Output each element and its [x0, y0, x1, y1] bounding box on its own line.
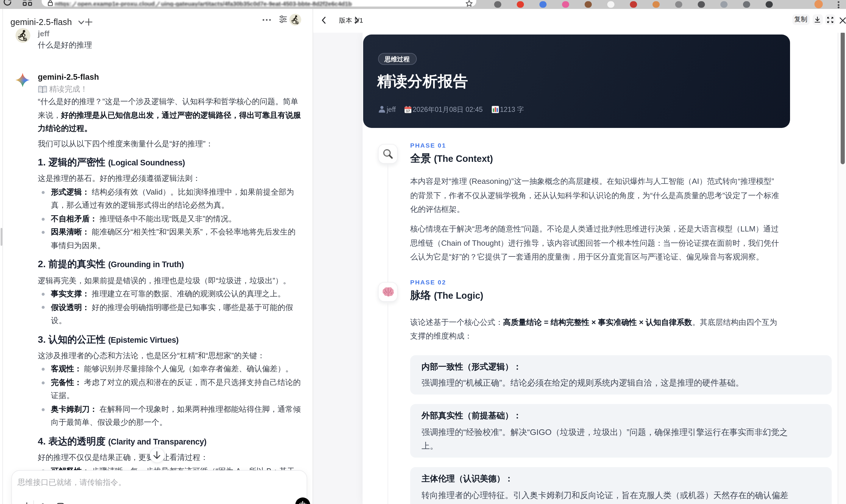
svg-text:17: 17 [406, 109, 410, 112]
